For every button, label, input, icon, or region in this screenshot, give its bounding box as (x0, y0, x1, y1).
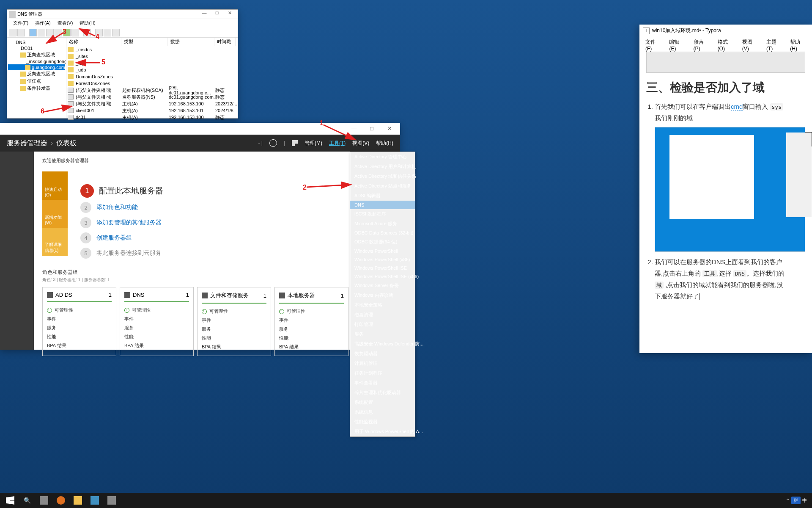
toolbar-btn[interactable] (104, 29, 111, 36)
dns-tree[interactable]: DNSDC01正向查找区域_msdcs.guangdongguangdong.c… (7, 38, 66, 118)
toolbar-btn[interactable] (71, 29, 79, 36)
role-tile[interactable]: 本地服务器1可管理性事件服务性能BPA 结果 (274, 287, 348, 356)
sm-sidebar[interactable] (0, 152, 34, 350)
quickstart-step[interactable]: 3添加要管理的其他服务器 (80, 217, 379, 228)
tools-menu-item[interactable]: ADSI 编辑器 (350, 191, 415, 201)
tools-menu-item[interactable]: 打印管理 (350, 320, 415, 329)
ime-icon[interactable]: 拼 (791, 497, 801, 504)
toolbar-btn[interactable] (38, 29, 45, 36)
tools-menu-item[interactable]: ODBC Data Sources (32-bit) (350, 229, 415, 237)
toolbar-btn[interactable] (95, 29, 103, 36)
toolbar-btn[interactable] (112, 29, 120, 36)
menu-view[interactable]: 查看(V) (54, 19, 77, 28)
tree-node[interactable]: 反向查找区域 (8, 70, 65, 77)
system-tray[interactable]: ⌃ 拼 中 (786, 497, 810, 504)
tab-quickstart[interactable]: 快速启动(Q) (42, 171, 68, 200)
tab-learnmore[interactable]: 了解详细信息(L) (42, 228, 68, 256)
role-tile[interactable]: AD DS1可管理性事件服务性能BPA 结果 (42, 287, 116, 356)
toolbar-btn[interactable] (29, 29, 37, 36)
role-tile[interactable]: 文件和存储服务1可管理性事件服务性能BPA 结果 (197, 287, 271, 356)
tools-menu-item[interactable]: 磁盘清理 (350, 310, 415, 320)
ime-lang[interactable]: 中 (802, 497, 807, 504)
tree-node[interactable]: _msdcs.guangdong (8, 58, 65, 64)
maximize-button[interactable]: □ (363, 123, 381, 134)
minimize-button[interactable]: — (198, 10, 211, 19)
list-row[interactable]: _msdcs (66, 46, 238, 53)
tools-menu-item[interactable]: 本地安全策略 (350, 300, 415, 310)
tools-menu-item[interactable]: 用于 Windows PowerShell 的 A... (350, 427, 415, 436)
tree-node[interactable]: DC01 (8, 45, 65, 51)
tools-menu-item[interactable]: 服务 (350, 329, 415, 339)
tools-menu-item[interactable]: 系统配置 (350, 398, 415, 407)
firefox-icon[interactable] (52, 494, 69, 507)
menu-edit[interactable]: 编辑(E) (665, 37, 689, 47)
menu-para[interactable]: 段落(P) (689, 37, 713, 47)
menu-help[interactable]: 帮助(H) (376, 140, 393, 147)
typora-content[interactable]: ↑ 30 ↓ 1.4 三、检验是否加入了域 首先我们可以在客户端调出cmd窗口输… (639, 47, 812, 310)
quickstart-step[interactable]: 5将此服务器连接到云服务 (80, 248, 379, 259)
tab-whatsnew[interactable]: 新增功能(W) (42, 200, 68, 228)
tools-menu-item[interactable]: Microsoft Azure 服务 (350, 219, 415, 229)
menu-format[interactable]: 格式(O) (713, 37, 738, 47)
tools-menu-item[interactable]: 系统信息 (350, 407, 415, 417)
close-button[interactable]: ✕ (381, 123, 398, 134)
tools-menu-item[interactable]: Windows Server 备份 (350, 281, 415, 290)
list-row[interactable]: _udp (66, 66, 238, 73)
quickstart-step[interactable]: 2添加角色和功能 (80, 202, 379, 213)
toolbar-btn[interactable] (83, 29, 91, 36)
refresh-icon[interactable] (269, 139, 277, 147)
tools-menu-item[interactable]: Windows PowerShell ISE (x86) (350, 272, 415, 281)
col-name[interactable]: 名称 (66, 38, 121, 46)
tools-menu-item[interactable]: 高级安全 Windows Defender 防... (350, 339, 415, 349)
start-button[interactable] (2, 494, 19, 507)
menu-view[interactable]: 视图(V) (352, 140, 369, 147)
tree-node[interactable]: 正向查找区域 (8, 51, 65, 58)
maximize-button[interactable]: □ (211, 10, 223, 19)
list-row[interactable]: (与父文件夹相同)名称服务器(NS)dc01.guangdong.com.静态 (66, 94, 238, 100)
tools-menu-item[interactable]: Active Directory 站点和服务 (350, 181, 415, 191)
col-data[interactable]: 数据 (168, 38, 214, 46)
tools-menu-item[interactable]: 性能监视器 (350, 417, 415, 427)
tree-node[interactable]: guangdong.com (8, 64, 65, 70)
minimize-button[interactable]: — (345, 123, 363, 134)
tools-menu-item[interactable]: Active Directory 用户和计算机 (350, 162, 415, 171)
refresh-icon[interactable] (63, 29, 71, 36)
app-icon[interactable] (103, 494, 120, 507)
tools-menu-item[interactable]: Windows 内存诊断 (350, 290, 415, 300)
menu-help[interactable]: 帮助(H) (786, 37, 810, 47)
col-ts[interactable]: 时间戳 (214, 38, 236, 46)
tools-menu-item[interactable]: Active Directory 域和信任关系 (350, 171, 415, 181)
list-row[interactable]: _sites (66, 53, 238, 60)
menu-tools[interactable]: 工具(T) (329, 140, 346, 147)
tray-icon[interactable]: ⌃ (786, 498, 790, 503)
quickstart-step[interactable]: 1配置此本地服务器 (80, 184, 379, 198)
menu-manage[interactable]: 管理(M) (304, 140, 322, 147)
tools-menu-item[interactable]: Windows PowerShell (x86) (350, 255, 415, 264)
toolbar-btn[interactable] (46, 29, 54, 36)
list-row[interactable]: (与父文件夹相同)起始授权机构(SOA)[28], dc01.guangdong… (66, 87, 238, 94)
menu-action[interactable]: 操作(A) (32, 19, 54, 28)
tree-node[interactable]: DNS (8, 39, 65, 45)
role-tile[interactable]: DNS1可管理性事件服务性能BPA 结果 (120, 287, 194, 356)
search-icon[interactable]: 🔍 (19, 494, 36, 507)
tools-menu-item[interactable]: 事件查看器 (350, 378, 415, 388)
menu-file[interactable]: 文件(F) (641, 37, 665, 47)
explorer-icon[interactable] (69, 494, 86, 507)
list-row[interactable]: (与父文件夹相同)主机(A)192.168.153.1002023/12/... (66, 100, 238, 107)
flag-icon[interactable] (292, 140, 298, 146)
quickstart-step[interactable]: 4创建服务器组 (80, 232, 379, 243)
forward-icon[interactable] (17, 29, 25, 36)
tree-node[interactable]: 条件转发器 (8, 85, 65, 92)
tools-menu-item[interactable]: ODBC 数据源(64 位) (350, 237, 415, 247)
close-button[interactable]: ✕ (223, 10, 236, 19)
menu-help[interactable]: 帮助(H) (76, 19, 99, 28)
col-type[interactable]: 类型 (121, 38, 168, 46)
taskview-icon[interactable] (36, 494, 52, 507)
tools-menu-item[interactable]: Windows PowerShell ISE (350, 264, 415, 272)
tools-menu-item[interactable]: iSCSI 发起程序 (350, 209, 415, 219)
menu-theme[interactable]: 主题(T) (762, 37, 786, 47)
server-manager-icon[interactable] (86, 494, 103, 507)
tools-menu-item[interactable]: Windows PowerShell (350, 247, 415, 255)
tools-menu-item[interactable]: 任务计划程序 (350, 368, 415, 378)
tools-menu-item[interactable]: 碎片整理和优化驱动器 (350, 388, 415, 398)
